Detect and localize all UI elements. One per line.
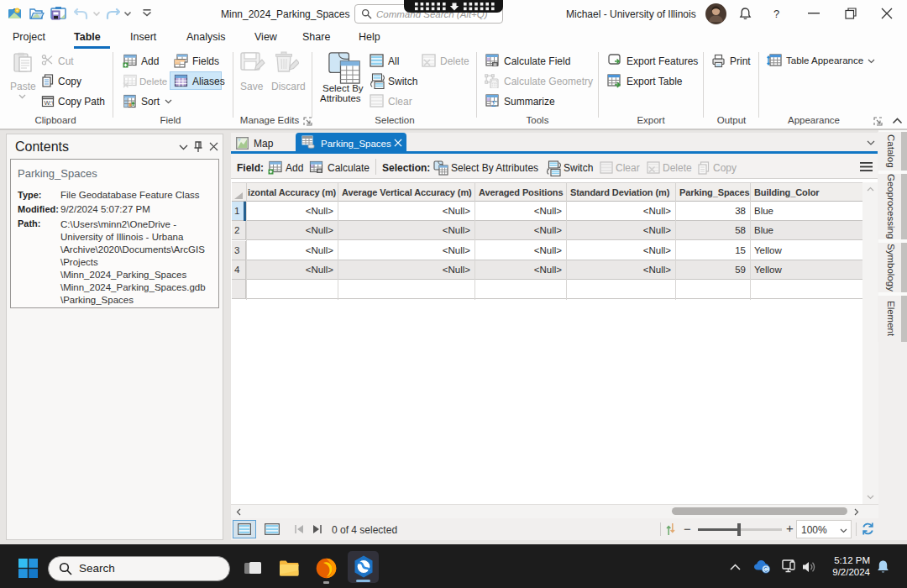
svg-text:W:\: W:\ (44, 99, 54, 107)
svg-text:Σ: Σ (490, 99, 496, 108)
